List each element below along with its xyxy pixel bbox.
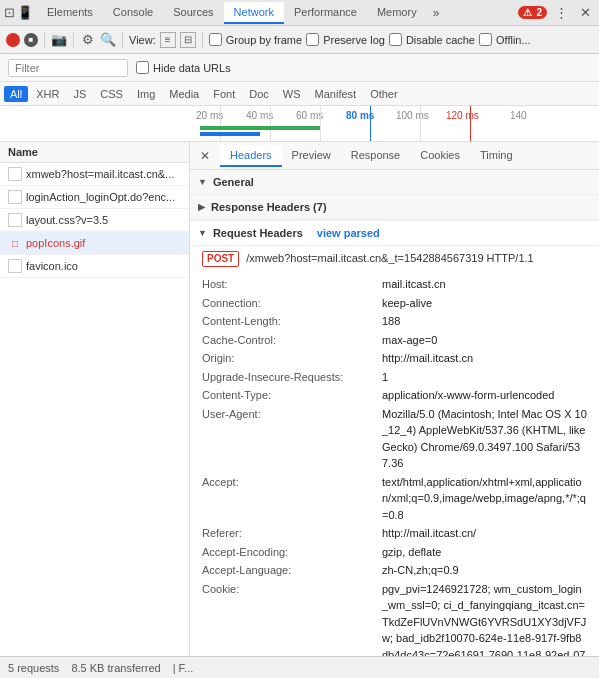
- post-badge: POST: [202, 251, 239, 267]
- detail-tab-cookies[interactable]: Cookies: [410, 145, 470, 167]
- file-icon-0: [8, 167, 22, 181]
- group-by-frame-label[interactable]: Group by frame: [209, 33, 302, 46]
- response-headers-label: Response Headers (7): [211, 201, 327, 213]
- detail-tab-response[interactable]: Response: [341, 145, 411, 167]
- type-other[interactable]: Other: [364, 86, 404, 102]
- detail-tab-headers[interactable]: Headers: [220, 145, 282, 167]
- tab-memory[interactable]: Memory: [367, 2, 427, 24]
- header-val-host: mail.itcast.cn: [382, 276, 587, 293]
- request-url: /xmweb?host=mail.itcast.cn&_t=1542884567…: [246, 252, 533, 264]
- detail-tab-preview[interactable]: Preview: [282, 145, 341, 167]
- file-item-2[interactable]: layout.css?v=3.5: [0, 209, 189, 232]
- timeline-marker-red: [470, 106, 471, 141]
- header-row-cookie: Cookie: pgv_pvi=1246921728; wm_custom_lo…: [202, 580, 587, 657]
- header-key-origin: Origin:: [202, 350, 382, 367]
- preserve-log-text: Preserve log: [323, 34, 385, 46]
- header-row-connection: Connection: keep-alive: [202, 294, 587, 313]
- offline-label[interactable]: Offlin...: [479, 33, 531, 46]
- file-item-1[interactable]: loginAction_loginOpt.do?enc...: [0, 186, 189, 209]
- requests-count: 5 requests: [8, 662, 59, 674]
- offline-checkbox[interactable]: [479, 33, 492, 46]
- preserve-log-checkbox[interactable]: [306, 33, 319, 46]
- header-row-content-length: Content-Length: 188: [202, 312, 587, 331]
- file-item-3[interactable]: □ popIcons.gif: [0, 232, 189, 255]
- detail-close-button[interactable]: ✕: [194, 147, 216, 165]
- type-img[interactable]: Img: [131, 86, 161, 102]
- file-icon-2: [8, 213, 22, 227]
- filter-bar: Hide data URLs: [0, 54, 599, 82]
- file-item-4[interactable]: favicon.ico: [0, 255, 189, 278]
- type-xhr[interactable]: XHR: [30, 86, 65, 102]
- header-val-origin: http://mail.itcast.cn: [382, 350, 587, 367]
- filter-input[interactable]: [8, 59, 128, 77]
- view-parsed-link[interactable]: view parsed: [317, 227, 380, 239]
- headers-table: Host: mail.itcast.cn Connection: keep-al…: [190, 271, 599, 656]
- header-key-accept-language: Accept-Language:: [202, 562, 382, 579]
- general-section-header[interactable]: General: [190, 170, 599, 195]
- view-list-icon[interactable]: ≡: [160, 32, 176, 48]
- devtools-pointer-icon: ⊡: [4, 5, 15, 20]
- group-by-frame-text: Group by frame: [226, 34, 302, 46]
- tab-more-button[interactable]: »: [427, 4, 446, 22]
- type-js[interactable]: JS: [67, 86, 92, 102]
- disable-cache-label[interactable]: Disable cache: [389, 33, 475, 46]
- tab-console[interactable]: Console: [103, 2, 163, 24]
- file-list: Name xmweb?host=mail.itcast.cn&... login…: [0, 142, 190, 656]
- view-label: View:: [129, 34, 156, 46]
- tab-sources[interactable]: Sources: [163, 2, 223, 24]
- stop-icon: ■: [29, 35, 34, 44]
- toolbar-separator-2: [73, 32, 74, 48]
- header-key-referer: Referer:: [202, 525, 382, 542]
- request-headers-section-header[interactable]: Request Headers view parsed: [190, 220, 599, 246]
- group-by-frame-checkbox[interactable]: [209, 33, 222, 46]
- header-key-content-type: Content-Type:: [202, 387, 382, 404]
- hide-data-urls-label[interactable]: Hide data URLs: [136, 61, 231, 74]
- view-waterfall-icon[interactable]: ⊟: [180, 32, 196, 48]
- timeline-marker-blue: [370, 106, 371, 141]
- file-item-0[interactable]: xmweb?host=mail.itcast.cn&...: [0, 163, 189, 186]
- timeline-label-120ms: 120 ms: [446, 110, 479, 121]
- type-manifest[interactable]: Manifest: [309, 86, 363, 102]
- type-css[interactable]: CSS: [94, 86, 129, 102]
- general-triangle: [198, 177, 207, 187]
- more-options-button[interactable]: ⋮: [551, 3, 572, 22]
- header-val-connection: keep-alive: [382, 295, 587, 312]
- type-font[interactable]: Font: [207, 86, 241, 102]
- header-row-accept-encoding: Accept-Encoding: gzip, deflate: [202, 543, 587, 562]
- close-devtools-button[interactable]: ✕: [576, 3, 595, 22]
- tab-performance[interactable]: Performance: [284, 2, 367, 24]
- header-val-content-type: application/x-www-form-urlencoded: [382, 387, 587, 404]
- offline-text: Offlin...: [496, 34, 531, 46]
- devtools-mobile-icon[interactable]: 📱: [17, 5, 33, 20]
- header-row-upgrade-insecure: Upgrade-Insecure-Requests: 1: [202, 368, 587, 387]
- timeline-bar: 20 ms 40 ms 60 ms 80 ms 100 ms 120 ms 14…: [0, 106, 599, 142]
- stop-button[interactable]: ■: [24, 33, 38, 47]
- type-media[interactable]: Media: [163, 86, 205, 102]
- tab-network[interactable]: Network: [224, 2, 284, 24]
- type-ws[interactable]: WS: [277, 86, 307, 102]
- header-key-host: Host:: [202, 276, 382, 293]
- search-icon[interactable]: 🔍: [100, 32, 116, 48]
- preserve-log-label[interactable]: Preserve log: [306, 33, 385, 46]
- header-row-user-agent: User-Agent: Mozilla/5.0 (Macintosh; Inte…: [202, 405, 587, 473]
- filter-icon[interactable]: ⚙: [80, 32, 96, 48]
- tab-elements[interactable]: Elements: [37, 2, 103, 24]
- record-button[interactable]: [6, 33, 20, 47]
- error-badge: ⚠ 2: [518, 6, 547, 19]
- detail-tab-timing[interactable]: Timing: [470, 145, 523, 167]
- hide-data-urls-text: Hide data URLs: [153, 62, 231, 74]
- type-doc[interactable]: Doc: [243, 86, 275, 102]
- type-filter-bar: All XHR JS CSS Img Media Font Doc WS Man…: [0, 82, 599, 106]
- type-all[interactable]: All: [4, 86, 28, 102]
- disable-cache-text: Disable cache: [406, 34, 475, 46]
- header-val-cache-control: max-age=0: [382, 332, 587, 349]
- response-headers-section-header[interactable]: Response Headers (7): [190, 195, 599, 220]
- file-name-0: xmweb?host=mail.itcast.cn&...: [26, 168, 181, 180]
- header-val-accept-language: zh-CN,zh;q=0.9: [382, 562, 587, 579]
- general-label: General: [213, 176, 254, 188]
- camera-icon[interactable]: 📷: [51, 32, 67, 48]
- hide-data-urls-checkbox[interactable]: [136, 61, 149, 74]
- right-panel: ✕ Headers Preview Response Cookies Timin…: [190, 142, 599, 656]
- file-icon-3: □: [8, 236, 22, 250]
- disable-cache-checkbox[interactable]: [389, 33, 402, 46]
